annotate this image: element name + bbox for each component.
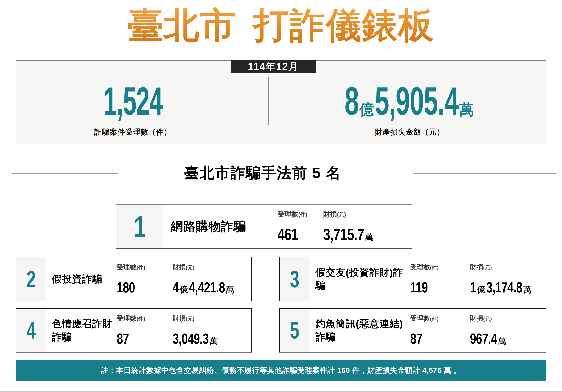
cases-header: 受理數(件): [410, 314, 470, 323]
cases-column: 受理數(件) 87: [117, 309, 173, 352]
total-cases-value: 1,524: [103, 81, 162, 121]
anti-fraud-dashboard: 臺北市 打詐儀錶板 114年12月 1,524 詐騙案件受理數（件） 8億5,9…: [0, 0, 562, 392]
fraud-name: 網路購物詐騙: [164, 205, 278, 248]
fraud-rank-card-3: 3 假交友(投資詐財)詐騙 受理數(件) 119 財損(元) 1億3,174.8…: [279, 257, 546, 301]
period-badge: 114年12月: [231, 60, 316, 73]
ranking-section-title: 臺北市詐騙手法前 5 名: [0, 163, 526, 183]
footnote-banner: 註：本日統計數據中包含交易糾紛、債務不履行等其他詐騙受理案件計 160 件，財產…: [16, 360, 546, 381]
cases-value: 119: [410, 280, 457, 295]
unit-yi: 億: [360, 102, 374, 117]
cases-value: 461: [278, 226, 313, 242]
rank-number: 3: [290, 267, 299, 291]
fraud-rank-card-1: 1 網路購物詐騙 受理數(件) 461 財損(元) 3,715.7萬: [116, 205, 412, 249]
summary-divider: [268, 77, 269, 125]
fraud-name: 色情應召詐財詐騙: [46, 309, 117, 352]
cases-header: 受理數(件): [278, 209, 323, 219]
cases-value: 180: [117, 280, 160, 295]
fraud-name: 假投資詐騙: [46, 257, 117, 300]
loss-value: 967.4萬: [470, 331, 529, 346]
heading-rule-right: [413, 173, 556, 174]
loss-column: 財損(元) 1億3,174.8萬: [470, 257, 546, 300]
cases-value: 87: [117, 331, 160, 346]
cases-column: 受理數(件) 461: [278, 205, 323, 248]
total-loss-label: 財產損失金額（元）: [375, 127, 445, 137]
loss-value: 4億4,421.8萬: [173, 280, 235, 295]
loss-column: 財損(元) 3,049.3萬: [173, 309, 251, 352]
cases-column: 受理數(件) 180: [117, 257, 173, 300]
cases-column: 受理數(件) 87: [410, 309, 470, 352]
rank-number: 1: [134, 212, 146, 242]
stat-total-loss: 8億5,905.4萬 財產損失金額（元）: [269, 61, 546, 144]
total-loss-value: 8億5,905.4萬: [345, 81, 475, 121]
stat-total-cases: 1,524 詐騙案件受理數（件）: [16, 61, 268, 144]
fraud-rank-card-2: 2 假投資詐騙 受理數(件) 180 財損(元) 4億4,421.8萬: [16, 257, 252, 301]
loss-column: 財損(元) 3,715.7萬: [323, 205, 412, 248]
cases-value: 87: [410, 331, 457, 346]
fraud-rank-card-4: 4 色情應召詐財詐騙 受理數(件) 87 財損(元) 3,049.3萬: [16, 308, 252, 353]
loss-header: 財損(元): [470, 314, 546, 323]
loss-value: 1億3,174.8萬: [470, 280, 533, 295]
rank-band: 3: [280, 257, 309, 300]
rank-band: 1: [116, 205, 164, 248]
unit-wan: 萬: [459, 102, 474, 117]
cases-column: 受理數(件) 119: [410, 257, 470, 300]
fraud-rank-card-5: 5 釣魚簡訊(惡意連結)詐騙 受理數(件) 87 財損(元) 967.4萬: [279, 308, 546, 353]
fraud-name: 假交友(投資詐財)詐騙: [309, 257, 410, 300]
cases-header: 受理數(件): [117, 263, 173, 272]
rank-band: 5: [280, 309, 309, 352]
rank-number: 2: [26, 267, 36, 291]
rank-number: 4: [26, 319, 36, 342]
loss-header: 財損(元): [173, 263, 252, 272]
loss-header: 財損(元): [173, 314, 251, 323]
fraud-name: 釣魚簡訊(惡意連結)詐騙: [309, 309, 410, 352]
loss-column: 財損(元) 967.4萬: [470, 309, 546, 352]
loss-header: 財損(元): [470, 263, 546, 272]
bottom-divider: [0, 391, 562, 392]
rank-band: 2: [16, 257, 46, 300]
loss-column: 財損(元) 4億4,421.8萬: [173, 257, 252, 300]
loss-value: 3,049.3萬: [173, 331, 234, 346]
rank-number: 5: [290, 319, 299, 342]
loss-header: 財損(元): [323, 209, 412, 219]
page-title: 臺北市 打詐儀錶板: [14, 5, 548, 46]
rank-band: 4: [16, 309, 46, 352]
cases-header: 受理數(件): [410, 263, 470, 272]
cases-header: 受理數(件): [117, 314, 173, 323]
loss-value: 3,715.7萬: [323, 226, 392, 242]
total-cases-label: 詐騙案件受理數（件）: [94, 127, 172, 137]
